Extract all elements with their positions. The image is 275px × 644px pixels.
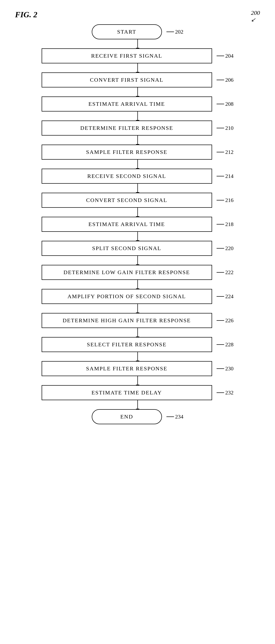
arrow-1 [137,63,138,72]
row-204: RECEIVE FIRST SIGNAL 204 [15,48,260,63]
container-228: SELECT FILTER RESPONSE 228 [42,337,234,352]
ref-232: 232 [217,389,234,396]
row-232: ESTIMATE TIME DELAY 232 [15,385,260,400]
box-232: ESTIMATE TIME DELAY [42,385,212,400]
ref-line-icon [217,344,224,345]
ref-line-icon [166,32,174,32]
row-208: ESTIMATE ARRIVAL TIME 208 [15,96,260,112]
box-216: CONVERT SECOND SIGNAL [42,193,212,208]
row-218: ESTIMATE ARRIVAL TIME 218 [15,217,260,232]
ref-number-value: 200 [251,10,260,16]
ref-line-icon [217,296,224,297]
figure-ref-number: 200 ↙ [251,10,260,23]
box-204: RECEIVE FIRST SIGNAL [42,48,212,63]
box-224: AMPLIFY PORTION OF SECOND SIGNAL [42,289,212,304]
container-230: SAMPLE FILTER RESPONSE 230 [42,361,234,376]
box-212: SAMPLE FILTER RESPONSE [42,145,212,160]
ref-230: 230 [217,365,234,372]
row-216: CONVERT SECOND SIGNAL 216 [15,193,260,208]
ref-226: 226 [217,317,234,324]
ref-214: 214 [217,173,234,179]
figure-label: FIG. 2 [15,10,260,19]
container-208: ESTIMATE ARRIVAL TIME 208 [42,96,234,112]
arrow-12 [137,328,138,337]
ref-216: 216 [217,197,234,203]
container-226: DETERMINE HIGH GAIN FILTER RESPONSE 226 [42,313,234,328]
ref-line-icon [217,368,224,369]
row-224: AMPLIFY PORTION OF SECOND SIGNAL 224 [15,289,260,304]
end-row: END 234 [15,409,260,424]
ref-line-icon [217,104,224,104]
start-row: START 202 [15,24,260,39]
box-206: CONVERT FIRST SIGNAL [42,72,212,87]
arrow-9 [137,256,138,265]
box-214: RECEIVE SECOND SIGNAL [42,169,212,184]
row-210: DETERMINE FILTER RESPONSE 210 [15,121,260,136]
ref-line-icon [217,320,224,321]
start-container: START 202 [92,24,184,39]
end-container: END 234 [92,409,184,424]
page: 200 ↙ FIG. 2 START 202 RECEIVE [0,0,275,644]
box-228: SELECT FILTER RESPONSE [42,337,212,352]
row-212: SAMPLE FILTER RESPONSE 212 [15,145,260,160]
start-oval: START [92,24,162,39]
box-210: DETERMINE FILTER RESPONSE [42,121,212,136]
arrow-13 [137,352,138,361]
start-label: START [117,29,136,35]
ref-224: 224 [217,293,234,300]
box-226: DETERMINE HIGH GAIN FILTER RESPONSE [42,313,212,328]
box-222: DETERMINE LOW GAIN FILTER RESPONSE [42,265,212,280]
arrow-3 [137,112,138,121]
ref-line-icon [217,392,224,393]
box-208: ESTIMATE ARRIVAL TIME [42,96,212,112]
container-216: CONVERT SECOND SIGNAL 216 [42,193,234,208]
row-214: RECEIVE SECOND SIGNAL 214 [15,169,260,184]
container-220: SPLIT SECOND SIGNAL 220 [42,241,234,256]
ref-222: 222 [217,269,234,276]
container-222: DETERMINE LOW GAIN FILTER RESPONSE 222 [42,265,234,280]
ref-line-icon [217,80,224,80]
arrow-7 [137,208,138,217]
arrow-10 [137,280,138,289]
ref-204: 204 [217,53,234,59]
row-228: SELECT FILTER RESPONSE 228 [15,337,260,352]
ref-line-icon [217,272,224,273]
ref-line-icon [217,56,224,56]
arrow-15 [137,400,138,409]
ref-line-icon [217,152,224,152]
corner-arrow-icon: ↙ [251,17,255,23]
ref-line-icon [217,128,224,128]
container-210: DETERMINE FILTER RESPONSE 210 [42,121,234,136]
ref-220: 220 [217,245,234,252]
ref-line-icon [166,416,174,417]
ref-228: 228 [217,341,234,348]
container-212: SAMPLE FILTER RESPONSE 212 [42,145,234,160]
ref-212: 212 [217,149,234,155]
ref-line-icon [217,176,224,176]
arrow-4 [137,136,138,145]
ref-line-icon [217,224,224,225]
ref-206: 206 [217,77,234,83]
arrow-11 [137,304,138,313]
arrow-2 [137,87,138,96]
container-214: RECEIVE SECOND SIGNAL 214 [42,169,234,184]
arrow-0 [137,39,138,48]
box-220: SPLIT SECOND SIGNAL [42,241,212,256]
end-label: END [120,413,133,420]
container-206: CONVERT FIRST SIGNAL 206 [42,72,234,87]
row-226: DETERMINE HIGH GAIN FILTER RESPONSE 226 [15,313,260,328]
ref-208: 208 [217,101,234,107]
row-222: DETERMINE LOW GAIN FILTER RESPONSE 222 [15,265,260,280]
container-218: ESTIMATE ARRIVAL TIME 218 [42,217,234,232]
ref-line-icon [217,248,224,249]
ref-210: 210 [217,125,234,131]
container-204: RECEIVE FIRST SIGNAL 204 [42,48,234,63]
ref-218: 218 [217,221,234,228]
arrow-5 [137,160,138,169]
row-230: SAMPLE FILTER RESPONSE 230 [15,361,260,376]
start-ref: 202 [166,29,184,35]
end-ref: 234 [166,413,184,420]
container-232: ESTIMATE TIME DELAY 232 [42,385,234,400]
ref-line-icon [217,200,224,200]
box-230: SAMPLE FILTER RESPONSE [42,361,212,376]
